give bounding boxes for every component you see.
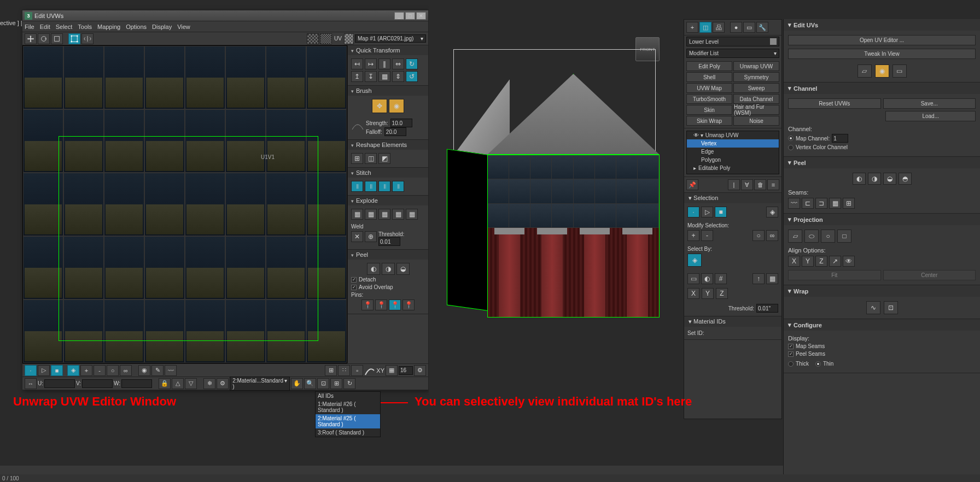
coord-v-input[interactable] — [82, 379, 113, 388]
minimize-button[interactable]: _ — [394, 12, 404, 20]
window-titlebar[interactable]: 3 Edit UVWs _ □ ✕ — [22, 10, 428, 21]
planar-icon[interactable]: ▭ — [687, 273, 699, 284]
brush-strength-input[interactable] — [390, 119, 412, 127]
softsel-icon[interactable]: ◉ — [138, 365, 150, 376]
wrap-unfold-icon[interactable]: ⊡ — [884, 301, 898, 314]
brush-icon[interactable]: 〰 — [165, 365, 177, 376]
mat-opt-2[interactable]: 2:Material #25 ( Standard ) — [316, 414, 380, 428]
straighten-icon[interactable]: ⊞ — [351, 153, 363, 164]
hierarchy-tab-icon[interactable]: 品 — [713, 22, 725, 33]
rollout-channel[interactable]: ▾ Channel — [784, 83, 980, 94]
axis-y-icon[interactable]: Y — [702, 288, 714, 299]
peel-1-icon[interactable]: ◐ — [367, 263, 380, 275]
rollout-stitch[interactable]: Stitch — [348, 168, 428, 178]
weld-threshold-input[interactable] — [378, 237, 400, 246]
sel-shrink-icon[interactable]: - — [94, 365, 106, 376]
wrap-spline-icon[interactable]: ∿ — [866, 301, 880, 314]
mirror-tool[interactable] — [81, 33, 94, 44]
relax-icon[interactable]: ◫ — [365, 153, 377, 164]
peel-2-icon[interactable]: ◑ — [382, 263, 395, 275]
cmd-peel-1-icon[interactable]: ◐ — [853, 173, 866, 185]
axis-z-icon[interactable]: Z — [716, 288, 728, 299]
rollout-configure[interactable]: ▾ Configure — [784, 319, 980, 331]
space-h-icon[interactable]: ⇔ — [392, 58, 404, 69]
mat-opt-3[interactable]: 3:Roof ( Standard ) — [316, 428, 380, 437]
grow-icon[interactable]: + — [687, 230, 699, 241]
lock-icon[interactable]: 🔒 — [159, 378, 171, 389]
cmd-peel-2-icon[interactable]: ◑ — [868, 173, 881, 185]
seam-3-icon[interactable]: ⊐ — [815, 198, 827, 209]
shrink-icon[interactable]: - — [701, 230, 713, 241]
menu-edit[interactable]: Edit — [40, 23, 50, 30]
grid-snap-icon[interactable]: ∷ — [338, 365, 350, 376]
3d-model[interactable] — [448, 74, 667, 325]
menu-select[interactable]: Select — [56, 23, 73, 30]
tweak-in-view-button[interactable]: Tweak In View — [788, 49, 976, 59]
vertex-color-radio[interactable] — [788, 145, 794, 150]
mat-opt-all[interactable]: All IDs — [316, 392, 380, 400]
tex-icon[interactable]: ▦ — [766, 273, 778, 284]
proj-cyl-icon[interactable]: ⬭ — [804, 230, 819, 243]
coord-w-input[interactable] — [121, 379, 152, 388]
cmd-peel-4-icon[interactable]: ◓ — [899, 173, 912, 185]
align-y-button[interactable]: Y — [802, 256, 814, 267]
stitch-4-icon[interactable]: ⫴ — [392, 181, 404, 192]
ring-icon[interactable]: ○ — [752, 230, 765, 241]
thick-radio[interactable] — [788, 361, 794, 367]
align-x-button[interactable]: X — [788, 256, 800, 267]
remove-mod-icon[interactable]: 🗑 — [754, 179, 766, 190]
freeform-tool[interactable] — [68, 33, 80, 44]
edge-mode-icon[interactable]: ▷ — [38, 365, 50, 376]
uv-canvas[interactable]: U1V1 — [22, 45, 347, 363]
mod-sweep[interactable]: Sweep — [733, 83, 779, 93]
norm-icon[interactable]: ↑ — [752, 273, 765, 284]
align-v-icon[interactable]: ‖ — [378, 58, 390, 69]
menu-mapping[interactable]: Mapping — [97, 23, 120, 30]
zoom-extents-icon[interactable]: ⊞ — [330, 378, 342, 389]
uv-toggle[interactable]: UV — [334, 36, 342, 42]
rollout-projection[interactable]: ▾ Projection — [784, 214, 980, 225]
checker-2[interactable] — [320, 33, 332, 44]
mod-hairfur[interactable]: Hair and Fur (WSM) — [733, 105, 779, 115]
reshape-3-icon[interactable]: ◩ — [378, 153, 390, 164]
transform-type-icon[interactable]: ↔ — [25, 378, 37, 389]
brush-falloff-input[interactable] — [384, 127, 406, 136]
sel-edge-icon[interactable]: ▷ — [701, 207, 713, 218]
stack-vertex[interactable]: Vertex — [687, 139, 779, 148]
rollout-selection[interactable]: ▾ Selection — [684, 193, 781, 203]
menu-view[interactable]: View — [177, 23, 190, 30]
align-z-button[interactable]: Z — [815, 256, 827, 267]
rotate-cw-icon[interactable]: ↻ — [406, 58, 418, 69]
seam-1-icon[interactable]: 〰 — [788, 198, 800, 209]
snow-icon[interactable]: ❄ — [203, 378, 215, 389]
object-name-field[interactable]: Lower Level — [686, 37, 779, 46]
mod-editpoly[interactable]: Edit Poly — [686, 61, 732, 71]
matid-icon[interactable]: # — [715, 273, 727, 284]
proj-sphere-icon[interactable]: ○ — [821, 230, 835, 243]
paint-relax-icon[interactable]: ◉ — [389, 99, 404, 113]
mod-shell[interactable]: Shell — [686, 72, 732, 82]
rotate-ccw-icon[interactable]: ↺ — [406, 71, 418, 82]
mod-skin[interactable]: Skin — [686, 105, 732, 115]
peel-seams-check[interactable]: ✓ — [788, 351, 794, 357]
sel-vertex-icon[interactable]: · — [687, 207, 699, 218]
configure-sets-icon[interactable]: ≡ — [767, 179, 779, 190]
menu-display[interactable]: Display — [152, 23, 172, 30]
modifier-stack[interactable]: 👁 ▾Unwrap UVW Vertex Edge Polygon ▸Edita… — [686, 131, 779, 174]
coord-u-input[interactable] — [44, 379, 75, 388]
save-button[interactable]: Save... — [883, 98, 976, 109]
explode-5-icon[interactable]: ▦ — [406, 209, 418, 220]
explode-2-icon[interactable]: ▦ — [365, 209, 377, 220]
stitch-1-icon[interactable]: ⫴ — [351, 181, 363, 192]
map-channel-input[interactable] — [832, 134, 848, 143]
view-3-icon[interactable]: ▦ — [386, 365, 398, 376]
utilities-tab-icon[interactable]: 🔧 — [756, 22, 768, 33]
motion-tab-icon[interactable]: ● — [730, 22, 742, 33]
sel-ring-icon[interactable]: ○ — [107, 365, 119, 376]
stack-polygon[interactable]: Polygon — [687, 156, 779, 164]
weld-1-icon[interactable]: ✕ — [351, 231, 363, 242]
map-seams-check[interactable]: ✓ — [788, 344, 794, 349]
face-mode-icon[interactable]: ■ — [51, 365, 63, 376]
rollout-material-ids[interactable]: ▾ Material IDs — [684, 316, 781, 327]
view-opts-icon[interactable]: ⊞ — [325, 365, 337, 376]
